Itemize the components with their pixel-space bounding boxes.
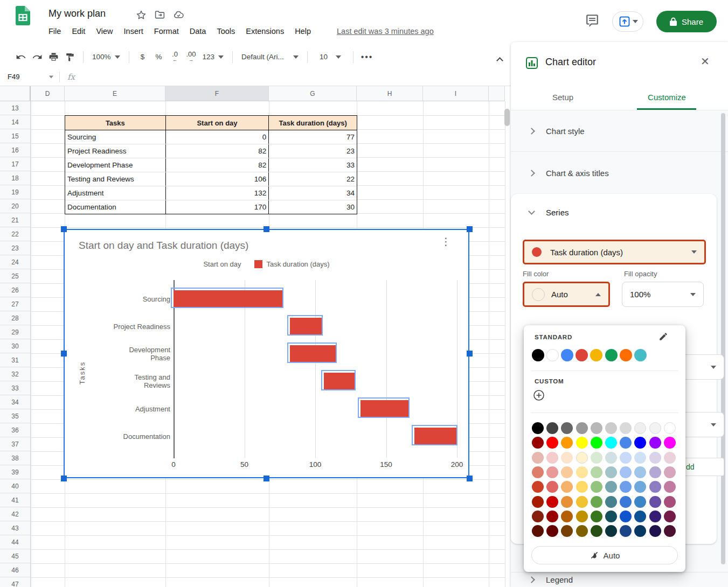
- standard-color-swatch[interactable]: [605, 349, 618, 361]
- redo-button[interactable]: [29, 49, 45, 65]
- table-value-cell[interactable]: 106: [166, 172, 269, 186]
- palette-color-swatch[interactable]: [561, 422, 573, 434]
- palette-color-swatch[interactable]: [576, 466, 588, 478]
- palette-color-swatch[interactable]: [561, 511, 573, 522]
- row-header-46[interactable]: 46: [0, 563, 31, 577]
- palette-color-swatch[interactable]: [605, 422, 617, 434]
- palette-color-swatch[interactable]: [634, 525, 646, 537]
- cloud-saved-icon[interactable]: [173, 9, 184, 23]
- row-header-20[interactable]: 20: [0, 199, 31, 213]
- table-value-cell[interactable]: 82: [166, 144, 269, 158]
- row-header-40[interactable]: 40: [0, 479, 31, 493]
- menu-extensions[interactable]: Extensions: [246, 27, 284, 36]
- palette-color-swatch[interactable]: [532, 481, 544, 493]
- table-value-cell[interactable]: 33: [269, 158, 357, 172]
- increase-decimal-button[interactable]: .00→: [183, 51, 199, 63]
- row-header-27[interactable]: 27: [0, 297, 31, 311]
- chart-resize-handle[interactable]: [61, 476, 67, 481]
- add-custom-color-icon[interactable]: [532, 389, 545, 404]
- chart-more-options-icon[interactable]: ⋮: [441, 235, 451, 248]
- row-header-22[interactable]: 22: [0, 227, 31, 241]
- palette-color-swatch[interactable]: [561, 466, 573, 478]
- palette-color-swatch[interactable]: [649, 481, 661, 493]
- menu-format[interactable]: Format: [154, 27, 179, 36]
- standard-color-swatch[interactable]: [590, 349, 602, 361]
- palette-color-swatch[interactable]: [591, 481, 602, 493]
- menu-help[interactable]: Help: [295, 27, 311, 36]
- palette-color-swatch[interactable]: [620, 422, 632, 434]
- table-value-cell[interactable]: 30: [269, 200, 357, 214]
- table-task-cell[interactable]: Documentation: [65, 200, 166, 214]
- row-header-14[interactable]: 14: [0, 115, 31, 129]
- palette-color-swatch[interactable]: [576, 511, 588, 522]
- format-percent-button[interactable]: %: [151, 49, 167, 65]
- palette-color-swatch[interactable]: [546, 452, 558, 464]
- palette-color-swatch[interactable]: [561, 437, 573, 449]
- palette-color-swatch[interactable]: [605, 496, 617, 508]
- column-header-I[interactable]: I: [423, 86, 489, 101]
- section-legend[interactable]: Legend: [511, 572, 728, 587]
- section-series[interactable]: Series: [529, 208, 569, 217]
- chart-resize-handle[interactable]: [264, 476, 269, 481]
- palette-color-swatch[interactable]: [591, 437, 602, 449]
- row-header-15[interactable]: 15: [0, 129, 31, 143]
- table-task-cell[interactable]: Project Readiness: [65, 144, 166, 158]
- gantt-chart[interactable]: Start on day and Task duration (days) ⋮ …: [64, 229, 469, 478]
- palette-color-swatch[interactable]: [620, 481, 632, 493]
- palette-color-swatch[interactable]: [576, 437, 588, 449]
- table-task-cell[interactable]: Testing and Reviews: [65, 172, 166, 186]
- palette-color-swatch[interactable]: [591, 511, 602, 522]
- series-select-dropdown[interactable]: Task duration (days): [523, 240, 706, 264]
- row-header-42[interactable]: 42: [0, 507, 31, 521]
- row-header-18[interactable]: 18: [0, 171, 31, 185]
- palette-color-swatch[interactable]: [664, 511, 676, 522]
- menu-edit[interactable]: Edit: [72, 27, 85, 36]
- palette-color-swatch[interactable]: [532, 511, 544, 522]
- section-chart-style[interactable]: Chart style: [511, 110, 728, 152]
- palette-color-swatch[interactable]: [591, 466, 602, 478]
- palette-color-swatch[interactable]: [561, 525, 573, 537]
- chart-resize-handle[interactable]: [467, 351, 473, 357]
- table-task-cell[interactable]: Development Phase: [65, 158, 166, 172]
- palette-color-swatch[interactable]: [634, 422, 646, 434]
- row-header-43[interactable]: 43: [0, 521, 31, 535]
- palette-color-swatch[interactable]: [561, 452, 573, 464]
- palette-color-swatch[interactable]: [546, 481, 558, 493]
- table-value-cell[interactable]: 22: [269, 172, 357, 186]
- standard-color-swatch[interactable]: [576, 349, 588, 361]
- palette-color-swatch[interactable]: [649, 422, 661, 434]
- palette-color-swatch[interactable]: [620, 452, 632, 464]
- palette-color-swatch[interactable]: [591, 452, 602, 464]
- row-header-39[interactable]: 39: [0, 465, 31, 479]
- standard-color-swatch[interactable]: [620, 349, 632, 361]
- move-folder-icon[interactable]: [154, 9, 165, 23]
- decrease-decimal-button[interactable]: .0←: [167, 51, 183, 63]
- row-header-44[interactable]: 44: [0, 535, 31, 549]
- palette-color-swatch[interactable]: [620, 437, 632, 449]
- row-header-31[interactable]: 31: [0, 353, 31, 367]
- section-chart-axis-titles[interactable]: Chart & axis titles: [511, 152, 728, 194]
- palette-color-swatch[interactable]: [561, 481, 573, 493]
- row-header-38[interactable]: 38: [0, 451, 31, 465]
- palette-color-swatch[interactable]: [649, 466, 661, 478]
- palette-color-swatch[interactable]: [620, 511, 632, 522]
- column-header-G[interactable]: G: [269, 86, 357, 101]
- palette-color-swatch[interactable]: [634, 437, 646, 449]
- column-header-E[interactable]: E: [65, 86, 165, 101]
- palette-color-swatch[interactable]: [620, 496, 632, 508]
- sheet-vertical-scrollbar[interactable]: [504, 109, 510, 126]
- table-value-cell[interactable]: 82: [166, 158, 269, 172]
- standard-color-swatch[interactable]: [634, 349, 647, 361]
- standard-color-swatch[interactable]: [546, 349, 559, 361]
- row-header-34[interactable]: 34: [0, 395, 31, 409]
- palette-color-swatch[interactable]: [605, 481, 617, 493]
- palette-color-swatch[interactable]: [576, 496, 588, 508]
- chart-resize-handle[interactable]: [467, 226, 473, 232]
- column-header-F[interactable]: F: [165, 86, 269, 101]
- auto-color-button[interactable]: Auto: [531, 546, 678, 564]
- font-size-select[interactable]: 10: [313, 53, 348, 61]
- present-dropdown-caret[interactable]: [633, 20, 638, 23]
- row-header-24[interactable]: 24: [0, 255, 31, 269]
- row-header-16[interactable]: 16: [0, 143, 31, 157]
- menu-view[interactable]: View: [96, 27, 113, 36]
